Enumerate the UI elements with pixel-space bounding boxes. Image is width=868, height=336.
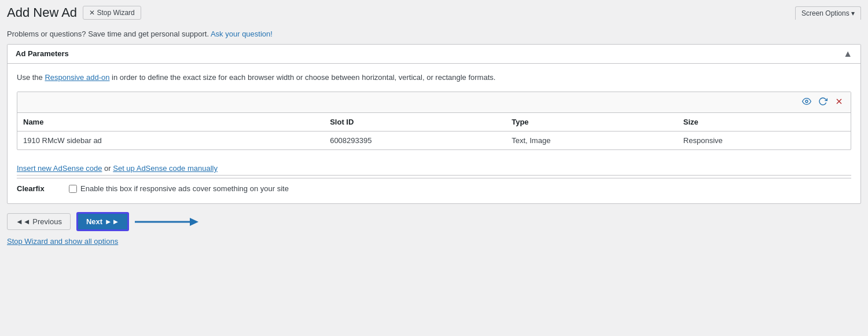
panel-header: Ad Parameters ▲ bbox=[8, 45, 860, 64]
page-title-area: Add New Ad ✕ Stop Wizard bbox=[7, 5, 141, 21]
cell-size: Responsive bbox=[678, 132, 851, 150]
panel-divider bbox=[17, 175, 851, 176]
delete-icon-button[interactable] bbox=[833, 96, 845, 109]
ad-table-container: Name Slot ID Type Size 1910 RMcW sidebar… bbox=[17, 92, 851, 150]
cell-name: 1910 RMcW sidebar ad bbox=[17, 132, 324, 150]
adsense-links-row: Insert new AdSense code or Set up AdSens… bbox=[17, 158, 851, 175]
main-content: Problems or questions? Save time and get… bbox=[0, 25, 868, 249]
previous-button[interactable]: ◄◄ Previous bbox=[7, 213, 71, 230]
col-slot-id: Slot ID bbox=[324, 113, 506, 132]
page-title: Add New Ad bbox=[7, 5, 77, 21]
stop-wizard-show-all-link[interactable]: Stop Wizard and show all options bbox=[7, 237, 118, 246]
col-type: Type bbox=[506, 113, 678, 132]
ad-parameters-panel: Ad Parameters ▲ Use the Responsive add-o… bbox=[7, 44, 861, 204]
support-text: Problems or questions? Save time and get… bbox=[7, 30, 209, 38]
setup-adsense-manually-link[interactable]: Set up AdSense code manually bbox=[113, 164, 218, 173]
next-button[interactable]: Next ►► bbox=[76, 212, 130, 231]
svg-point-0 bbox=[806, 100, 808, 103]
clearfix-row: Clearfix Enable this box if responsive a… bbox=[17, 178, 851, 195]
refresh-icon-button[interactable] bbox=[817, 96, 829, 109]
responsive-addon-link[interactable]: Responsive add-on bbox=[45, 73, 109, 82]
clearfix-checkbox[interactable] bbox=[69, 185, 77, 193]
clearfix-checkbox-label: Enable this box if responsive ads cover … bbox=[80, 184, 289, 193]
support-bar: Problems or questions? Save time and get… bbox=[7, 25, 861, 44]
cell-type: Text, Image bbox=[506, 132, 678, 150]
col-size: Size bbox=[678, 113, 851, 132]
top-bar: Add New Ad ✕ Stop Wizard Screen Options … bbox=[0, 0, 868, 25]
stop-wizard-button[interactable]: ✕ Stop Wizard bbox=[83, 6, 141, 20]
ad-table: Name Slot ID Type Size 1910 RMcW sidebar… bbox=[17, 113, 851, 149]
cell-slot_id: 6008293395 bbox=[324, 132, 506, 150]
ask-question-link[interactable]: Ask your question! bbox=[211, 30, 273, 38]
next-arrow-indicator bbox=[135, 216, 198, 228]
col-name: Name bbox=[17, 113, 324, 132]
panel-description: Use the Responsive add-on in order to de… bbox=[17, 72, 851, 84]
clearfix-label: Clearfix bbox=[17, 184, 63, 193]
bottom-link-row: Stop Wizard and show all options bbox=[7, 235, 861, 248]
panel-toggle-button[interactable]: ▲ bbox=[843, 49, 852, 59]
table-row: 1910 RMcW sidebar ad6008293395Text, Imag… bbox=[17, 132, 851, 150]
view-icon-button[interactable] bbox=[801, 96, 812, 109]
table-toolbar bbox=[17, 92, 851, 113]
clearfix-checkbox-area: Enable this box if responsive ads cover … bbox=[69, 184, 289, 193]
screen-options-button[interactable]: Screen Options ▾ bbox=[795, 6, 861, 20]
insert-new-adsense-link[interactable]: Insert new AdSense code bbox=[17, 164, 102, 173]
navigation-row: ◄◄ Previous Next ►► bbox=[7, 204, 861, 235]
panel-title: Ad Parameters bbox=[16, 49, 69, 58]
table-header-row: Name Slot ID Type Size bbox=[17, 113, 851, 132]
panel-body: Use the Responsive add-on in order to de… bbox=[8, 64, 860, 204]
svg-marker-4 bbox=[190, 218, 198, 226]
